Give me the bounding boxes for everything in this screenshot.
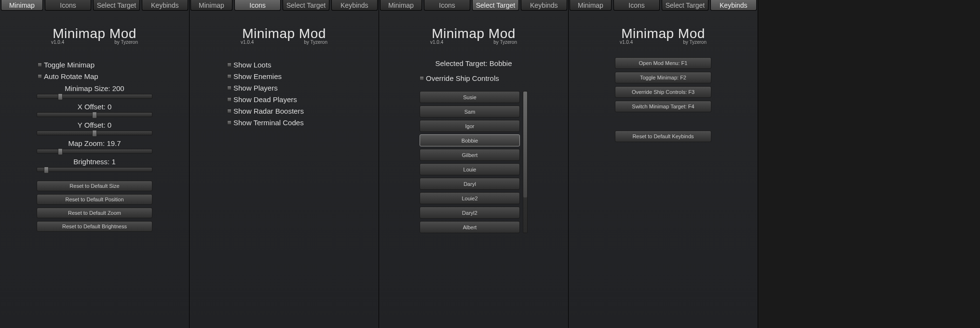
checkbox-icon[interactable] bbox=[38, 74, 42, 79]
panel-minimap: Minimap Icons Select Target Keybinds Min… bbox=[0, 0, 190, 328]
show-radar-row[interactable]: Show Radar Boosters bbox=[227, 107, 371, 115]
show-loots-row[interactable]: Show Loots bbox=[227, 61, 371, 69]
selected-target-label: Selected Target: Bobbie bbox=[387, 59, 560, 67]
slider-thumb[interactable] bbox=[44, 167, 49, 173]
show-terminal-row[interactable]: Show Terminal Codes bbox=[227, 118, 371, 127]
slider-brightness[interactable]: Brightness: 1 bbox=[37, 157, 152, 172]
tab-icons[interactable]: Icons bbox=[234, 0, 281, 11]
tab-select-target[interactable]: Select Target bbox=[472, 0, 518, 11]
target-button-sam[interactable]: Sam bbox=[420, 105, 520, 118]
target-button-susie[interactable]: Susie bbox=[420, 91, 520, 103]
target-button-igor[interactable]: Igor bbox=[420, 120, 520, 132]
reset-size-button[interactable]: Reset to Default Size bbox=[37, 181, 152, 191]
checkbox-icon[interactable] bbox=[227, 74, 231, 79]
tab-select-target[interactable]: Select Target bbox=[662, 0, 708, 11]
tab-keybinds[interactable]: Keybinds bbox=[331, 0, 378, 11]
scrollbar[interactable] bbox=[523, 91, 528, 233]
mod-author: by Tyzeron bbox=[304, 39, 327, 45]
tab-icons[interactable]: Icons bbox=[613, 0, 660, 11]
slider-y-offset[interactable]: Y Offset: 0 bbox=[37, 121, 152, 135]
slider-minimap-size[interactable]: Minimap Size: 200 bbox=[37, 84, 152, 99]
checkbox-icon[interactable] bbox=[38, 63, 42, 67]
tab-icons[interactable]: Icons bbox=[424, 0, 470, 11]
show-enemies-row[interactable]: Show Enemies bbox=[227, 72, 371, 80]
mod-author: by Tyzeron bbox=[683, 39, 707, 45]
reset-zoom-button[interactable]: Reset to Default Zoom bbox=[37, 208, 152, 218]
slider-label: X Offset: 0 bbox=[37, 103, 152, 111]
tab-select-target[interactable]: Select Target bbox=[93, 0, 139, 11]
tab-minimap[interactable]: Minimap bbox=[191, 0, 232, 11]
keybind-toggle-minimap-button[interactable]: Toggle Minimap: F2 bbox=[615, 72, 711, 83]
mod-title: Minimap Mod bbox=[190, 26, 379, 41]
checkbox-icon[interactable] bbox=[227, 86, 231, 90]
mod-author: by Tyzeron bbox=[493, 39, 517, 45]
target-button-bobbie[interactable]: Bobbie bbox=[420, 134, 520, 146]
slider-label: Y Offset: 0 bbox=[37, 121, 152, 129]
checkbox-icon[interactable] bbox=[227, 97, 231, 102]
show-terminal-label: Show Terminal Codes bbox=[233, 118, 304, 127]
show-dead-row[interactable]: Show Dead Players bbox=[227, 95, 371, 104]
keybind-switch-target-button[interactable]: Switch Minimap Target: F4 bbox=[615, 101, 711, 112]
show-radar-label: Show Radar Boosters bbox=[233, 107, 304, 115]
mod-title: Minimap Mod bbox=[0, 26, 189, 41]
panel-keybinds: Minimap Icons Select Target Keybinds Min… bbox=[569, 0, 758, 328]
tab-row: Minimap Icons Select Target Keybinds bbox=[379, 0, 568, 11]
slider-thumb[interactable] bbox=[92, 130, 97, 137]
title-block: Minimap Mod v1.0.4 by Tyzeron bbox=[190, 26, 379, 45]
mod-title: Minimap Mod bbox=[569, 26, 758, 41]
tab-row: Minimap Icons Select Target Keybinds bbox=[0, 0, 189, 11]
keybind-open-menu-button[interactable]: Open Mod Menu: F1 bbox=[615, 57, 711, 69]
tab-row: Minimap Icons Select Target Keybinds bbox=[190, 0, 379, 11]
tab-row: Minimap Icons Select Target Keybinds bbox=[569, 0, 758, 11]
target-button-louie[interactable]: Louie bbox=[420, 163, 520, 175]
reset-position-button[interactable]: Reset to Default Position bbox=[37, 194, 152, 205]
override-ship-label: Override Ship Controls bbox=[426, 74, 499, 82]
slider-map-zoom[interactable]: Map Zoom: 19.7 bbox=[37, 139, 152, 154]
mod-author: by Tyzeron bbox=[114, 39, 138, 45]
auto-rotate-row[interactable]: Auto Rotate Map bbox=[38, 72, 181, 80]
mod-version: v1.0.4 bbox=[51, 39, 64, 45]
checkbox-icon[interactable] bbox=[420, 76, 424, 80]
title-block: Minimap Mod v1.0.4 by Tyzeron bbox=[569, 26, 758, 45]
checkbox-icon[interactable] bbox=[227, 109, 231, 113]
slider-thumb[interactable] bbox=[92, 112, 97, 118]
checkbox-icon[interactable] bbox=[227, 120, 231, 125]
tab-minimap[interactable]: Minimap bbox=[1, 0, 43, 11]
scrollbar-thumb[interactable] bbox=[523, 92, 527, 197]
reset-keybinds-button[interactable]: Reset to Default Keybinds bbox=[615, 131, 711, 142]
panel-icons: Minimap Icons Select Target Keybinds Min… bbox=[190, 0, 379, 328]
target-list: SusieSamIgorBobbieGilbertLouieDarylLouie… bbox=[420, 91, 520, 233]
slider-label: Minimap Size: 200 bbox=[37, 84, 152, 92]
slider-thumb[interactable] bbox=[58, 148, 63, 155]
target-button-gilbert[interactable]: Gilbert bbox=[420, 149, 520, 161]
tab-minimap[interactable]: Minimap bbox=[380, 0, 422, 11]
toggle-minimap-label: Toggle Minimap bbox=[44, 61, 95, 69]
tab-keybinds[interactable]: Keybinds bbox=[521, 0, 567, 11]
override-ship-row[interactable]: Override Ship Controls bbox=[420, 74, 560, 82]
target-button-albert[interactable]: Albert bbox=[420, 221, 520, 233]
tab-keybinds[interactable]: Keybinds bbox=[142, 0, 188, 11]
title-block: Minimap Mod v1.0.4 by Tyzeron bbox=[0, 26, 189, 45]
reset-brightness-button[interactable]: Reset to Default Brightness bbox=[37, 221, 152, 232]
tab-select-target[interactable]: Select Target bbox=[283, 0, 329, 11]
show-players-row[interactable]: Show Players bbox=[227, 84, 371, 92]
checkbox-icon[interactable] bbox=[227, 63, 231, 67]
slider-thumb[interactable] bbox=[58, 93, 63, 100]
target-button-daryl[interactable]: Daryl bbox=[420, 178, 520, 190]
mod-version: v1.0.4 bbox=[430, 39, 443, 45]
mod-title: Minimap Mod bbox=[379, 26, 568, 41]
tab-icons[interactable]: Icons bbox=[45, 0, 91, 11]
tab-keybinds[interactable]: Keybinds bbox=[710, 0, 757, 11]
target-button-louie2[interactable]: Louie2 bbox=[420, 192, 520, 204]
auto-rotate-label: Auto Rotate Map bbox=[44, 72, 98, 80]
title-block: Minimap Mod v1.0.4 by Tyzeron bbox=[379, 26, 568, 45]
mod-version: v1.0.4 bbox=[241, 39, 254, 45]
show-dead-label: Show Dead Players bbox=[233, 95, 297, 104]
keybind-override-button[interactable]: Override Ship Controls: F3 bbox=[615, 86, 711, 98]
slider-x-offset[interactable]: X Offset: 0 bbox=[37, 103, 152, 117]
show-players-label: Show Players bbox=[233, 84, 278, 92]
tab-minimap[interactable]: Minimap bbox=[570, 0, 612, 11]
target-button-daryl2[interactable]: Daryl2 bbox=[420, 207, 520, 219]
toggle-minimap-row[interactable]: Toggle Minimap bbox=[38, 61, 181, 69]
panel-select-target: Minimap Icons Select Target Keybinds Min… bbox=[379, 0, 569, 328]
